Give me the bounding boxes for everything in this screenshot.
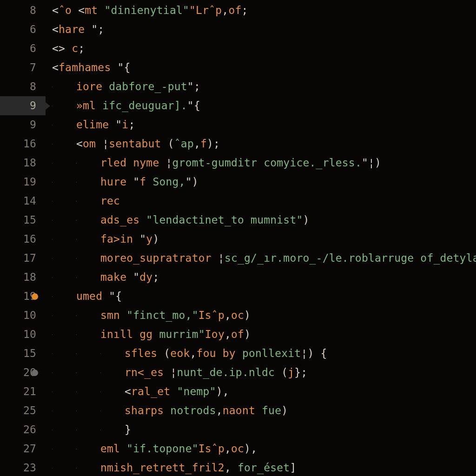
line-number-gutter[interactable]: 8667899161819141516171819101015202125262… (0, 0, 46, 476)
token: fue (262, 401, 281, 420)
token: ponllexit (242, 344, 301, 363)
line-number[interactable]: 16 (0, 134, 46, 153)
line-number[interactable]: 27 (0, 439, 46, 458)
code-line[interactable]: elime "i; (46, 115, 476, 134)
token: hare (59, 20, 91, 39)
line-number[interactable]: 6 (0, 20, 46, 39)
line-number[interactable]: 9 (0, 115, 46, 134)
code-line[interactable]: <hare "; (46, 20, 476, 39)
code-line[interactable]: umed "{ (46, 287, 476, 306)
token: ) (303, 211, 309, 230)
token: hure (100, 172, 133, 192)
token: eml (100, 439, 126, 458)
token: ¦ (166, 153, 172, 172)
code-area[interactable]: <ˆo <mt "dinienytial""Lrˆp,of;<hare ";<>… (46, 0, 476, 476)
line-number[interactable]: 10 (0, 325, 46, 344)
token: ˆo (59, 1, 78, 20)
token: ); (207, 134, 220, 153)
line-number[interactable]: 8 (0, 1, 46, 20)
token: < (52, 58, 59, 77)
line-number[interactable]: 14 (0, 192, 46, 211)
token: ( (168, 134, 174, 153)
code-line[interactable]: <ral_et "nemp"), (46, 382, 476, 401)
code-line[interactable]: fa>in "y) (46, 230, 476, 249)
code-line[interactable]: moreo_supratrator ¦sc_g/_ır.moro_-/le.ro… (46, 249, 476, 268)
token: elime (76, 115, 115, 134)
code-line[interactable]: rec (46, 192, 476, 211)
token: < (78, 1, 85, 20)
line-number-text: 15 (23, 211, 36, 230)
code-line[interactable]: rled nyme ¦gromt-gumditr comyice._rless.… (46, 153, 476, 172)
code-line[interactable]: eml "if.topone"Isˆp,oc), (46, 439, 476, 458)
line-number[interactable]: 8 (0, 77, 46, 96)
token: rled (100, 153, 133, 172)
token: ¦ (102, 134, 109, 153)
token: , (190, 344, 197, 363)
code-line[interactable]: <om ¦sentabut (ˆap,f); (46, 134, 476, 153)
line-number[interactable]: 15 (0, 211, 46, 230)
token: nmish_retrett_fril2 (100, 458, 225, 476)
line-number[interactable]: 23 (0, 458, 46, 476)
token: fou (197, 344, 223, 363)
line-number[interactable]: 18 (0, 153, 46, 172)
code-line[interactable]: rn<_es ¦nunt_de.ip.nldc (j}; (46, 363, 476, 382)
token: ] (290, 458, 296, 476)
line-number[interactable]: 6 (0, 39, 46, 58)
line-number[interactable]: 18 (0, 268, 46, 287)
line-number[interactable]: 21 (0, 382, 46, 401)
token: < (76, 134, 83, 153)
token: ), (216, 382, 229, 401)
line-number[interactable]: 7 (0, 58, 46, 77)
token: eok (170, 344, 190, 363)
code-line[interactable]: sharps notrods,naont fue) (46, 401, 476, 420)
line-number[interactable]: 17 (0, 249, 46, 268)
code-line[interactable]: <ˆo <mt "dinienytial""Lrˆp,of; (46, 1, 476, 20)
line-number-text: 27 (23, 439, 36, 458)
line-number-text: 23 (23, 458, 36, 476)
token: ; (152, 268, 159, 287)
token: f (139, 172, 152, 192)
line-number-text: 9 (30, 115, 36, 134)
code-line[interactable]: } (46, 420, 476, 439)
token: »ml (76, 96, 102, 115)
line-number[interactable]: 15 (0, 344, 46, 363)
breakpoint-inactive-icon[interactable] (32, 370, 38, 376)
token: "{ (109, 287, 122, 306)
line-number-text: 6 (30, 39, 36, 58)
code-line[interactable]: <famhames "{ (46, 58, 476, 77)
line-number[interactable]: 16 (0, 230, 46, 249)
token: ads_es (100, 211, 146, 230)
token: }; (294, 363, 307, 382)
breakpoint-active-icon[interactable] (32, 293, 38, 300)
line-number[interactable]: 10 (0, 306, 46, 325)
code-editor[interactable]: 8667899161819141516171819101015202125262… (0, 0, 476, 476)
token: of (228, 1, 241, 20)
code-line[interactable]: sfles (eok,fou by ponllexit¦) { (46, 344, 476, 363)
line-number[interactable]: 19 (0, 287, 46, 306)
code-line[interactable]: make "dy; (46, 268, 476, 287)
code-line[interactable]: inıll gg murrim"Ioy,of) (46, 325, 476, 344)
token: gromt-gumditr comyice._rless. (172, 153, 362, 172)
line-number-text: 15 (23, 344, 36, 363)
token: for_éset (238, 458, 290, 476)
code-line[interactable]: hure "f Song,") (46, 172, 476, 192)
code-line[interactable]: smn "finct_mo,"Isˆp,oc) (46, 306, 476, 325)
line-number[interactable]: 25 (0, 401, 46, 420)
token: <> (52, 39, 72, 58)
line-number-text: 9 (30, 96, 36, 115)
token: ifc_deuguar]. (102, 96, 187, 115)
token: , (225, 439, 231, 458)
token: ) (152, 230, 159, 249)
line-number-text: 16 (23, 230, 36, 249)
line-number-text: 18 (23, 268, 36, 287)
token: notrods (170, 401, 216, 420)
line-number[interactable]: 20 (0, 363, 46, 382)
code-line[interactable]: ads_es "lendactinet_to mumnist") (46, 211, 476, 230)
line-number[interactable]: 9 (0, 96, 46, 115)
code-line[interactable]: nmish_retrett_fril2, for_éset] (46, 458, 476, 476)
code-line[interactable]: »ml ifc_deuguar]."{ (46, 96, 476, 115)
line-number[interactable]: 26 (0, 420, 46, 439)
code-line[interactable]: iore dabfore_-put"; (46, 77, 476, 96)
code-line[interactable]: <> c; (46, 39, 476, 58)
line-number[interactable]: 19 (0, 172, 46, 192)
